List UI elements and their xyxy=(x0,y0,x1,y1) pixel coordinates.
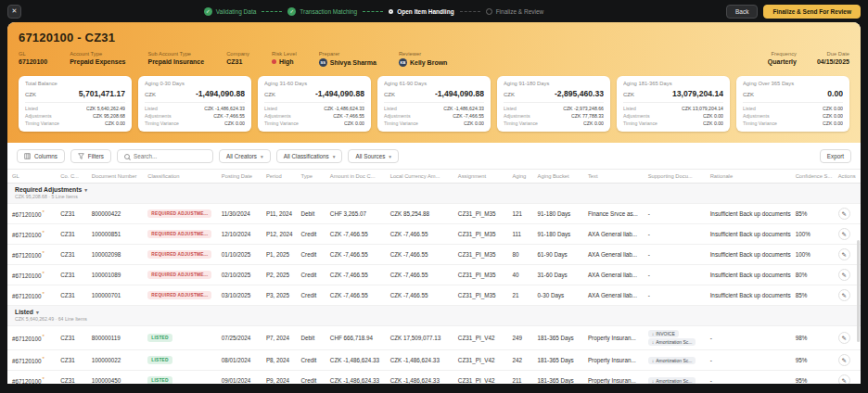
search-box[interactable] xyxy=(117,149,213,163)
column-header[interactable]: GL xyxy=(7,170,56,184)
edit-button[interactable]: ✎ xyxy=(838,332,850,344)
table-toolbar: Columns Filters All Creators ▾ All Class… xyxy=(7,143,861,169)
line-items-table: GLCo. C...Document NumberClassificationP… xyxy=(7,169,861,384)
breakdown-value: CZK 0.00 xyxy=(823,120,843,126)
edit-button[interactable]: ✎ xyxy=(838,354,850,366)
close-button[interactable]: ✕ xyxy=(7,5,21,19)
column-header[interactable]: Type xyxy=(297,170,326,184)
columns-label: Columns xyxy=(34,153,57,159)
card-currency: CZK xyxy=(25,92,36,97)
column-header[interactable]: Aging xyxy=(507,170,532,184)
step-transaction-matching[interactable]: ✓Transaction Matching xyxy=(287,7,357,16)
back-button[interactable]: Back xyxy=(726,5,758,19)
column-header[interactable]: Confidence S... xyxy=(791,170,834,184)
column-header[interactable]: Classification xyxy=(143,170,216,184)
classifications-select[interactable]: All Classifications ▾ xyxy=(276,149,343,163)
edit-button[interactable]: ✎ xyxy=(838,208,850,220)
card-title: Aging 31-60 Days xyxy=(264,81,364,86)
document-chip-label: Amortization Sc... xyxy=(656,358,692,363)
vertical-scrollbar[interactable] xyxy=(857,240,860,342)
field-value-text: 67120100 xyxy=(19,58,47,65)
header-field-reviewer: ReviewerKBKelly Brown xyxy=(399,51,447,67)
cell-rationale: - xyxy=(706,371,791,385)
cell-document-number: 100000022 xyxy=(87,350,144,371)
step-state-icon xyxy=(389,9,393,14)
avatar: SS xyxy=(319,58,327,67)
field-value: Prepaid Expenses xyxy=(70,58,125,65)
classification-badge: Required Adjustme... xyxy=(147,209,211,218)
step-finalize-review[interactable]: Finalize & Review xyxy=(486,8,544,15)
column-header[interactable]: Period xyxy=(262,170,297,184)
breakdown-value: CZK -1,486,624.33 xyxy=(324,106,364,111)
step-label: Transaction Matching xyxy=(300,8,357,15)
document-chip[interactable]: ↓Amortization Sc... xyxy=(648,338,696,346)
group-header-row[interactable]: Listed▾CZK 5,640,262.49 · 64 Line Items xyxy=(7,306,861,326)
card-amount: CZK0.00 xyxy=(743,89,843,98)
edit-button[interactable]: ✎ xyxy=(838,374,850,384)
export-button[interactable]: Export xyxy=(820,149,851,163)
breakdown-label: Timing Variance xyxy=(504,120,538,126)
cell-amount-doc: CZK -7,466.55 xyxy=(326,224,386,245)
cell-document-number: 100000450 xyxy=(87,371,144,385)
document-chip[interactable]: ↓Amortization Sc... xyxy=(648,357,696,364)
group-header-cell[interactable]: Required Adjustments▾CZK 95,208.68 · 5 L… xyxy=(7,184,861,204)
sources-label: All Sources xyxy=(355,153,385,159)
cell-amount-local: CZK -7,466.55 xyxy=(386,285,453,306)
gl-text: #67120100 xyxy=(12,273,42,279)
column-header[interactable]: Posting Date xyxy=(217,170,262,184)
breakdown-label: Listed xyxy=(504,106,517,111)
cell-classification: Listed xyxy=(143,371,216,385)
columns-button[interactable]: Columns xyxy=(17,149,65,163)
card-breakdown-row: ListedCZK -2,973,248.66 xyxy=(504,106,604,111)
field-value: High xyxy=(272,58,297,65)
table-row: #67120100*CZ31800000422Required Adjustme… xyxy=(7,204,861,224)
group-subtitle: CZK 95,208.68 · 5 Line Items xyxy=(15,194,853,199)
breakdown-value: CZK 0.00 xyxy=(823,113,843,119)
card-breakdown-row: ListedCZK -1,486,624.33 xyxy=(384,106,484,111)
column-header[interactable]: Document Number xyxy=(87,170,144,184)
creators-select[interactable]: All Creators ▾ xyxy=(219,149,271,163)
step-open-item-handling[interactable]: Open Item Handling xyxy=(389,8,453,15)
chevron-down-icon: ▾ xyxy=(389,154,391,159)
filters-button[interactable]: Filters xyxy=(70,149,111,163)
cell-assignment: CZ31_PI_V42 xyxy=(453,371,508,385)
edit-button[interactable]: ✎ xyxy=(838,248,850,260)
document-chip[interactable]: ↓Amortization Sc... xyxy=(648,377,696,385)
cell-aging-bucket: 181-365 Days xyxy=(533,350,583,371)
card-currency: CZK xyxy=(145,92,156,97)
breakdown-label: Adjustments xyxy=(25,113,52,119)
cell-period: P11, 2024 xyxy=(262,204,297,224)
group-header-row[interactable]: Required Adjustments▾CZK 95,208.68 · 5 L… xyxy=(7,184,861,204)
column-header[interactable]: Co. C... xyxy=(56,170,86,184)
column-header[interactable]: Actions xyxy=(834,170,861,184)
supporting-docs: ↓Amortization Sc... xyxy=(648,377,701,385)
step-validating-data[interactable]: ✓Validating Data xyxy=(204,7,257,16)
edit-button[interactable]: ✎ xyxy=(838,289,850,301)
pencil-icon: ✎ xyxy=(841,335,846,342)
cell-assignment: CZ31_PI_V42 xyxy=(453,326,508,350)
column-header[interactable]: Text xyxy=(583,170,644,184)
cell-assignment: CZ31_PI_M35 xyxy=(453,224,508,245)
edit-button[interactable]: ✎ xyxy=(838,228,850,240)
edit-button[interactable]: ✎ xyxy=(838,269,850,281)
group-header-cell[interactable]: Listed▾CZK 5,640,262.49 · 64 Line Items xyxy=(7,306,861,326)
pencil-icon: ✎ xyxy=(841,251,846,259)
cell-period: P3, 2025 xyxy=(262,285,297,306)
cell-rationale: Insufficient Back up documents xyxy=(706,265,791,285)
cell-classification: Required Adjustme... xyxy=(143,204,216,224)
column-header[interactable]: Local Currency Am... xyxy=(386,170,453,184)
column-header[interactable]: Aging Bucket xyxy=(533,170,583,184)
column-header[interactable]: Supporting Docu... xyxy=(644,170,706,184)
field-value-text: Kelly Brown xyxy=(410,59,447,66)
column-header[interactable]: Rationale xyxy=(706,170,791,184)
finalize-button[interactable]: Finalize & Send For Review xyxy=(763,5,861,19)
column-header[interactable]: Amount in Doc C... xyxy=(326,170,386,184)
cell-company: CZ31 xyxy=(56,204,86,224)
sources-select[interactable]: All Sources ▾ xyxy=(348,149,399,163)
document-chip[interactable]: ↓INVOICE xyxy=(648,330,679,337)
search-input[interactable] xyxy=(134,153,206,159)
gl-text: #67120100 xyxy=(12,211,42,218)
header-field-risk-level: Risk LevelHigh xyxy=(272,51,297,65)
column-header[interactable]: Assignment xyxy=(453,170,508,184)
breakdown-label: Listed xyxy=(264,106,277,111)
